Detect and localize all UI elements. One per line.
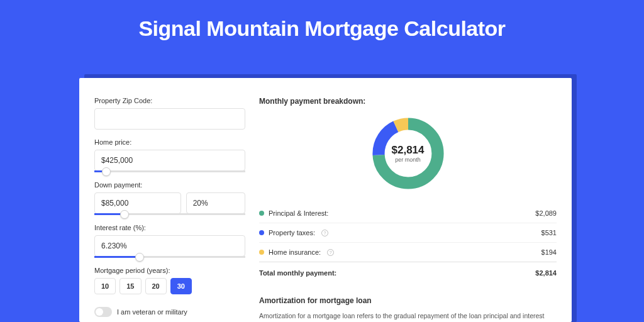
legend-dot [259, 211, 264, 216]
legend-row: Principal & Interest:$2,089 [259, 204, 557, 223]
zip-field-group: Property Zip Code: [94, 97, 245, 130]
zip-input[interactable] [94, 108, 245, 130]
info-icon[interactable]: ? [321, 230, 328, 236]
zip-label: Property Zip Code: [94, 97, 245, 104]
period-button-10[interactable]: 10 [94, 278, 116, 294]
home-price-input[interactable] [94, 150, 245, 171]
legend-dot [259, 250, 264, 255]
interest-group: Interest rate (%): [94, 224, 245, 258]
veteran-label: I am veteran or military [117, 308, 187, 316]
home-price-slider[interactable] [94, 170, 245, 172]
period-button-15[interactable]: 15 [119, 278, 141, 294]
legend-value: $2,089 [535, 209, 557, 217]
down-payment-group: Down payment: [94, 181, 245, 215]
down-payment-pct-input[interactable] [186, 192, 245, 214]
slider-thumb[interactable] [102, 167, 111, 176]
amortization-heading: Amortization for mortgage loan [259, 296, 557, 305]
slider-thumb[interactable] [135, 253, 144, 262]
period-group: Mortgage period (years): 10152030 [94, 267, 245, 294]
interest-input[interactable] [94, 235, 245, 257]
interest-slider[interactable] [94, 256, 245, 258]
donut-amount: $2,814 [392, 144, 425, 157]
period-button-20[interactable]: 20 [145, 278, 167, 294]
breakdown-column: Monthly payment breakdown: $2,814 per mo… [259, 97, 557, 322]
home-price-label: Home price: [94, 138, 245, 146]
donut-wrap: $2,814 per month [259, 114, 557, 192]
period-button-30[interactable]: 30 [170, 278, 192, 294]
breakdown-heading: Monthly payment breakdown: [259, 97, 557, 106]
veteran-toggle[interactable] [94, 307, 112, 317]
slider-thumb[interactable] [120, 210, 129, 219]
period-label: Mortgage period (years): [94, 267, 245, 274]
info-icon[interactable]: ? [327, 249, 334, 256]
down-payment-slider[interactable] [94, 213, 245, 215]
legend-row: Home insurance:?$194 [259, 243, 557, 262]
legend-row: Property taxes:?$531 [259, 223, 557, 243]
donut-center: $2,814 per month [392, 144, 425, 163]
legend-dot [259, 230, 264, 235]
donut-sub: per month [392, 157, 425, 163]
legend-label: Property taxes: [269, 229, 315, 236]
legend-label: Principal & Interest: [269, 209, 328, 217]
amortization-text: Amortization for a mortgage loan refers … [259, 311, 557, 322]
inputs-column: Property Zip Code: Home price: Down paym… [94, 97, 245, 322]
page-title: Signal Mountain Mortgage Calculator [0, 0, 644, 53]
legend-value: $531 [541, 229, 557, 236]
down-payment-input[interactable] [94, 192, 181, 214]
legend: Principal & Interest:$2,089Property taxe… [259, 204, 557, 262]
legend-value: $194 [541, 248, 557, 256]
down-payment-label: Down payment: [94, 181, 245, 189]
period-row: 10152030 [94, 278, 245, 294]
total-value: $2,814 [535, 269, 557, 277]
total-label: Total monthly payment: [259, 269, 336, 277]
home-price-group: Home price: [94, 138, 245, 172]
veteran-row: I am veteran or military [94, 307, 245, 317]
payment-donut-chart: $2,814 per month [369, 114, 447, 192]
calculator-card: Property Zip Code: Home price: Down paym… [79, 78, 572, 322]
legend-label: Home insurance: [269, 248, 321, 256]
interest-label: Interest rate (%): [94, 224, 245, 231]
total-row: Total monthly payment: $2,814 [259, 262, 557, 282]
